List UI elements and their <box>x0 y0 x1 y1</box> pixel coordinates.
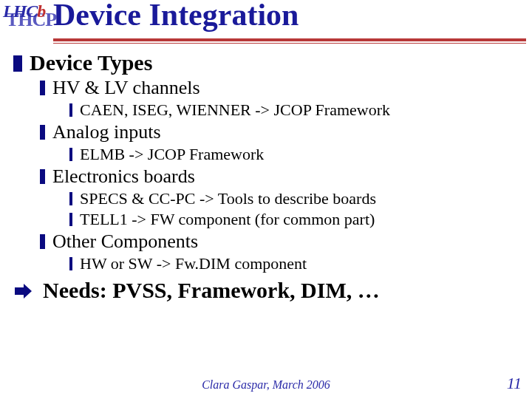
subitem-text: TELL1 -> FW component (for common part) <box>80 210 375 228</box>
page-number: 11 <box>507 374 522 393</box>
bullet-l2-icon <box>40 125 45 140</box>
item-label: Analog inputs <box>52 121 161 143</box>
conclusion-row: Needs: PVSS, Framework, DIM, … <box>13 278 532 306</box>
subitem: HW or SW -> Fw.DIM component <box>69 254 532 273</box>
item-label: HV & LV channels <box>52 77 200 98</box>
subitem-text: HW or SW -> Fw.DIM component <box>80 254 307 273</box>
header-rule-thin <box>53 43 526 44</box>
slide-content: Device Types HV & LV channels CAEN, ISEG… <box>0 50 532 306</box>
section-heading: Device Types <box>13 50 532 75</box>
arrow-right-icon <box>13 281 33 306</box>
bullet-l3-icon <box>69 148 72 161</box>
item-label: Electronics boards <box>52 166 195 187</box>
footer-credit: Clara Gaspar, March 2006 <box>0 378 532 392</box>
subitem: CAEN, ISEG, WIENNER -> JCOP Framework <box>69 100 532 120</box>
subitem: TELL1 -> FW component (for common part) <box>69 210 532 229</box>
section-heading-text: Device Types <box>30 50 152 75</box>
header-rule-thick <box>53 38 526 41</box>
bullet-l2-icon <box>40 234 45 249</box>
item-label: Other Components <box>52 231 198 252</box>
slide-header: THCP LHCb Device Integration <box>0 0 532 46</box>
svg-marker-0 <box>15 284 32 299</box>
bullet-l2-icon <box>40 169 45 184</box>
bullet-l3-icon <box>69 103 72 117</box>
subitem-text: SPECS & CC-PC -> Tools to describe board… <box>80 189 376 208</box>
bullet-l3-icon <box>69 192 72 205</box>
logo-b: b <box>37 1 45 21</box>
subitem: SPECS & CC-PC -> Tools to describe board… <box>69 189 532 208</box>
conclusion-text: Needs: PVSS, Framework, DIM, … <box>43 278 380 302</box>
item-other: Other Components <box>40 231 532 253</box>
item-analog: Analog inputs <box>40 121 532 143</box>
subitem-text: CAEN, ISEG, WIENNER -> JCOP Framework <box>80 100 390 119</box>
slide-title: Device Integration <box>53 0 299 33</box>
item-electronics: Electronics boards <box>40 166 532 188</box>
logo-lhc: LHC <box>3 1 37 21</box>
logo-front-text: LHCb <box>3 1 45 21</box>
bullet-l2-icon <box>40 81 45 95</box>
bullet-l1-icon <box>13 55 22 72</box>
bullet-l3-icon <box>69 257 72 270</box>
subitem-text: ELMB -> JCOP Framework <box>80 145 264 163</box>
bullet-l3-icon <box>69 213 72 226</box>
lhcb-logo: THCP LHCb <box>3 1 47 35</box>
subitem: ELMB -> JCOP Framework <box>69 145 532 164</box>
item-hv-lv: HV & LV channels <box>40 77 532 99</box>
